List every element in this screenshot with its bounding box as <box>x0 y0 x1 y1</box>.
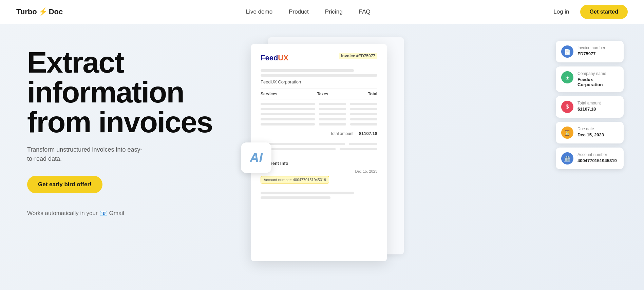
company-name-icon: ⊞ <box>561 71 573 83</box>
account-number-value: 4004770151945319 <box>577 158 617 163</box>
logo-bolt: ⚡ <box>38 7 48 16</box>
due-date-card: ⏳ Due date Dec 15, 2023 <box>556 122 624 143</box>
hero-right: FeedUX Invoice #FD75977 FeedUX Corporati… <box>231 37 624 282</box>
nav-links: Live demo Product Pricing FAQ <box>246 8 371 15</box>
company-name-label: Company name <box>577 71 618 76</box>
due-date-value: Dec 15, 2023 <box>577 132 604 137</box>
payment-section: Payment Info Dec 15, 2023 Account number… <box>261 156 377 186</box>
total-amount-icon: $ <box>561 101 573 113</box>
invoice-number-card: 📄 Invoice number FD75977 <box>556 41 624 62</box>
table-lines <box>261 103 377 125</box>
invoice-number-icon: 📄 <box>561 45 573 58</box>
extra-row-2 <box>261 148 377 150</box>
table-row-1 <box>261 103 377 105</box>
account-number-highlight: Account number: 4004770151945319 <box>261 176 329 183</box>
hero-title-line3: from invoices <box>27 105 212 139</box>
navigation: Turbo ⚡ Doc Live demo Product Pricing FA… <box>0 0 644 24</box>
table-row-2 <box>261 108 377 110</box>
nav-pricing[interactable]: Pricing <box>325 8 343 15</box>
invoice-number: Invoice #FD75977 <box>339 54 377 58</box>
hero-title-line2: information <box>27 75 184 109</box>
logo-text-turbo: Turbo <box>16 7 37 16</box>
hero-section: Extract information from invoices Transf… <box>0 24 644 290</box>
total-amount-label: Total amount <box>577 101 601 105</box>
invoice-number-label: Invoice number <box>577 45 605 50</box>
extra-lines <box>261 143 377 150</box>
col-taxes: Taxes <box>317 92 328 96</box>
company-name: FeedUX Corporation <box>261 79 377 84</box>
company-name-card: ⊞ Company name Feedux Corporation <box>556 66 624 92</box>
due-date-icon: ⏳ <box>561 127 573 139</box>
info-cards: 📄 Invoice number FD75977 ⊞ Company name … <box>556 41 624 169</box>
nav-faq[interactable]: FAQ <box>359 8 371 15</box>
table-row-4 <box>261 118 377 120</box>
invoice-header: FeedUX Invoice #FD75977 <box>261 54 377 62</box>
gmail-text: Works automatically in your 📧 Gmail <box>27 210 217 217</box>
logo-feed: Feed <box>261 54 278 62</box>
total-label: Total amount <box>330 131 354 136</box>
total-row: Total amount $1107.18 <box>261 131 377 136</box>
col-services: Services <box>261 92 277 96</box>
extra-row-1 <box>261 143 377 145</box>
nav-live-demo[interactable]: Live demo <box>246 8 272 15</box>
nav-actions: Log in Get started <box>553 5 628 19</box>
invoice-paper: FeedUX Invoice #FD75977 FeedUX Corporati… <box>251 44 387 261</box>
early-bird-button[interactable]: Get early bird offer! <box>27 176 102 193</box>
hero-left: Extract information from invoices Transf… <box>27 37 217 217</box>
payment-title: Payment Info <box>261 161 377 166</box>
bottom-lines <box>261 192 377 199</box>
ai-text: AI <box>250 151 263 165</box>
total-value: $1107.18 <box>359 131 377 136</box>
table-row-3 <box>261 113 377 115</box>
logo-ux: UX <box>278 54 288 62</box>
hero-title-line1: Extract <box>27 45 124 79</box>
invoice-table-header: Services Taxes Total <box>261 89 377 99</box>
company-name-value: Feedux Corporation <box>577 77 618 87</box>
get-started-button[interactable]: Get started <box>580 5 628 19</box>
due-date-label: Due date <box>577 127 604 131</box>
account-number-icon: 🏦 <box>561 152 573 165</box>
hero-subtitle: Transform unstructured invoices into eas… <box>27 145 149 163</box>
invoice-number-value: FD75977 <box>577 51 605 56</box>
nav-product[interactable]: Product <box>289 8 309 15</box>
account-number-label: Account number <box>577 152 617 157</box>
ai-badge: AI <box>241 142 271 173</box>
login-link[interactable]: Log in <box>553 8 569 15</box>
line-1 <box>261 69 354 72</box>
total-amount-value: $1107.18 <box>577 107 601 112</box>
gmail-icon: 📧 <box>100 210 107 217</box>
col-total: Total <box>368 92 377 96</box>
dec-date: Dec 15, 2023 <box>261 169 377 173</box>
logo-text-doc: Doc <box>49 7 63 16</box>
line-2 <box>261 74 377 77</box>
feedux-logo: FeedUX <box>261 54 288 62</box>
logo[interactable]: Turbo ⚡ Doc <box>16 7 63 16</box>
hero-title: Extract information from invoices <box>27 47 217 137</box>
table-row-5 <box>261 123 377 125</box>
account-number-card: 🏦 Account number 4004770151945319 <box>556 148 624 169</box>
total-amount-card: $ Total amount $1107.18 <box>556 96 624 118</box>
invoice-address-lines <box>261 69 377 77</box>
